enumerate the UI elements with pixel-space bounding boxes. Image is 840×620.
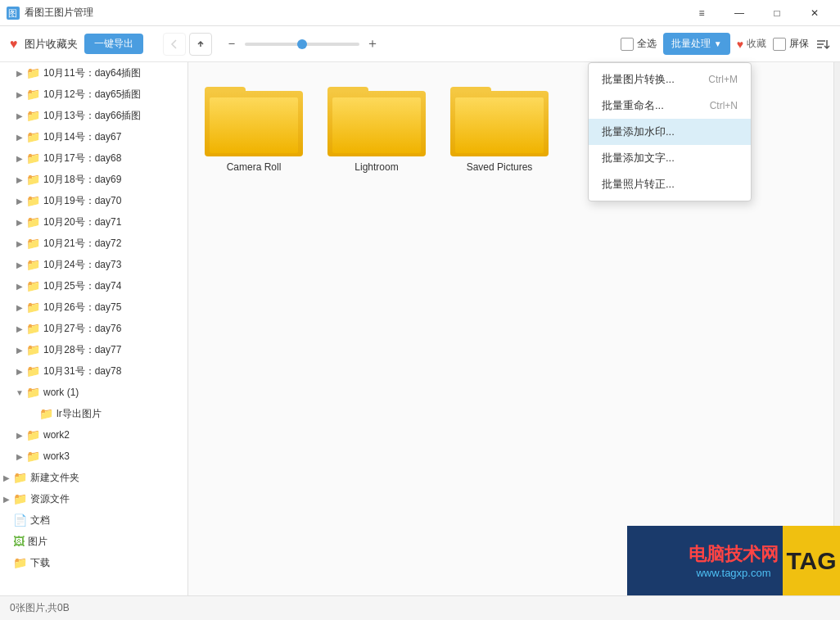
folder-thumb [450, 79, 549, 156]
screen-area[interactable]: 屏保 [773, 37, 809, 51]
toolbar-left: ♥ 图片收藏夹 一键导出 － ＋ [10, 33, 382, 56]
menu-item-batch-rename[interactable]: 批量重命名...Ctrl+N [589, 93, 751, 119]
collection-label: 图片收藏夹 [25, 37, 78, 52]
menu-item-label: 批量图片转换... [602, 72, 675, 87]
nav-up-button[interactable] [189, 33, 212, 56]
sidebar-item-work2[interactable]: ▶📁work2 [0, 424, 187, 446]
status-bar: 0张图片,共0B [0, 595, 840, 620]
sidebar-item-lr[interactable]: 📁lr导出图片 [0, 403, 187, 424]
close-button[interactable]: ✕ [796, 0, 833, 26]
sidebar-item-oct14[interactable]: ▶📁10月14号：day67 [0, 126, 187, 147]
sidebar-item-oct11[interactable]: ▶📁10月11号：day64插图 [0, 62, 187, 84]
screen-label: 屏保 [789, 37, 809, 51]
folder-thumb [327, 79, 426, 156]
sort-button[interactable] [815, 37, 830, 52]
sidebar-item-images[interactable]: 🖼图片 [0, 531, 187, 552]
sidebar-item-label-downloads: 下载 [30, 556, 50, 570]
sidebar-item-oct28[interactable]: ▶📁10月28号：day77 [0, 339, 187, 360]
menu-item-batch-text[interactable]: 批量添加文字... [589, 145, 751, 171]
sidebar-item-label-resource: 资源文件 [30, 492, 70, 506]
sidebar-item-oct19[interactable]: ▶📁10月19号：day70 [0, 190, 187, 211]
zoom-out-button[interactable]: － [222, 34, 242, 54]
sidebar-item-label-work3: work3 [43, 450, 70, 462]
collect-heart-icon: ♥ [737, 38, 743, 51]
sidebar-item-label-docs: 文档 [30, 514, 50, 527]
select-all-area[interactable]: 全选 [621, 37, 657, 51]
sidebar-item-work3[interactable]: ▶📁work3 [0, 446, 187, 467]
sidebar-item-downloads[interactable]: 📁下载 [0, 552, 187, 573]
app-title: 看图王图片管理 [25, 6, 683, 20]
folder-item-camera-roll[interactable]: Camera Roll [205, 79, 303, 173]
zoom-slider-track[interactable] [245, 43, 359, 46]
menu-button[interactable]: ≡ [683, 0, 720, 26]
sidebar-item-label-oct17: 10月17号：day68 [43, 152, 121, 165]
select-all-label: 全选 [637, 37, 657, 51]
toolbar: ♥ 图片收藏夹 一键导出 － ＋ 全选 [0, 26, 840, 62]
zoom-slider-thumb [297, 39, 307, 49]
batch-process-button[interactable]: 批量处理 ▼ [663, 33, 730, 55]
sidebar-item-label-oct13: 10月13号：day66插图 [43, 109, 141, 123]
folder-body [205, 91, 303, 156]
folder-item-lightroom[interactable]: Lightroom [327, 79, 426, 173]
sidebar-item-label-oct14: 10月14号：day67 [43, 130, 121, 144]
screen-checkbox[interactable] [773, 38, 786, 51]
minimize-button[interactable]: — [720, 0, 758, 26]
app-icon: 图 [7, 7, 20, 20]
sidebar-item-oct20[interactable]: ▶📁10月20号：day71 [0, 211, 187, 233]
menu-item-batch-convert[interactable]: 批量图片转换...Ctrl+M [589, 66, 751, 93]
maximize-button[interactable]: □ [758, 0, 796, 26]
export-button[interactable]: 一键导出 [84, 34, 143, 54]
folder-name-lightroom: Lightroom [355, 161, 398, 173]
select-all-checkbox[interactable] [621, 38, 634, 51]
sidebar-item-new-folder[interactable]: ▶📁新建文件夹 [0, 467, 187, 488]
folder-body [450, 91, 549, 156]
menu-item-shortcut: Ctrl+N [710, 100, 738, 111]
collect-button[interactable]: ♥ 收藏 [737, 37, 766, 51]
sidebar-item-label-oct27: 10月27号：day76 [43, 322, 121, 336]
sidebar-item-label-oct19: 10月19号：day70 [43, 194, 121, 208]
sidebar-item-label-work2: work2 [43, 429, 70, 441]
menu-item-batch-correct[interactable]: 批量照片转正... [589, 171, 751, 197]
sidebar-item-oct31[interactable]: ▶📁10月31号：day78 [0, 360, 187, 382]
sidebar-item-label-work: work (1) [43, 387, 79, 398]
sidebar-item-label-oct25: 10月25号：day74 [43, 279, 121, 293]
folder-item-saved-pictures[interactable]: Saved Pictures [450, 79, 549, 173]
sidebar-item-oct25[interactable]: ▶📁10月25号：day74 [0, 275, 187, 296]
menu-item-shortcut: Ctrl+M [708, 74, 738, 85]
sidebar-item-docs[interactable]: 📄文档 [0, 509, 187, 531]
nav-back-button[interactable] [163, 33, 186, 56]
toolbar-right: 全选 批量处理 ▼ ♥ 收藏 屏保 [621, 33, 830, 55]
status-text: 0张图片,共0B [10, 601, 70, 615]
svg-text:图: 图 [8, 8, 17, 18]
sidebar-item-oct18[interactable]: ▶📁10月18号：day69 [0, 169, 187, 190]
title-bar: 图 看图王图片管理 ≡ — □ ✕ [0, 0, 840, 26]
sidebar-item-oct12[interactable]: ▶📁10月12号：day65插图 [0, 84, 187, 105]
watermark: 电脑技术网 www.tagxp.com TAG [627, 526, 840, 595]
zoom-in-button[interactable]: ＋ [363, 34, 382, 54]
sidebar-item-oct21[interactable]: ▶📁10月21号：day72 [0, 233, 187, 254]
watermark-tag: TAG [783, 526, 840, 595]
sidebar-item-oct27[interactable]: ▶📁10月27号：day76 [0, 318, 187, 339]
sidebar-item-oct17[interactable]: ▶📁10月17号：day68 [0, 147, 187, 169]
sidebar-item-label-oct18: 10月18号：day69 [43, 173, 121, 187]
sidebar-item-work[interactable]: ▼📁work (1) [0, 382, 187, 403]
right-scrollbar[interactable] [833, 62, 840, 595]
menu-item-batch-watermark[interactable]: 批量添加水印... [589, 119, 751, 145]
sidebar-item-oct13[interactable]: ▶📁10月13号：day66插图 [0, 105, 187, 126]
sidebar-item-label-images: 图片 [28, 535, 47, 549]
heart-icon: ♥ [10, 37, 18, 52]
sidebar-item-label-oct26: 10月26号：day75 [43, 301, 121, 315]
sidebar-item-resource[interactable]: ▶📁资源文件 [0, 488, 187, 509]
sidebar-item-label-oct31: 10月31号：day78 [43, 364, 121, 378]
sidebar-item-label-oct28: 10月28号：day77 [43, 343, 121, 357]
sidebar-item-label-oct24: 10月24号：day73 [43, 258, 121, 272]
folder-inner [455, 97, 544, 153]
sidebar-item-oct26[interactable]: ▶📁10月26号：day75 [0, 296, 187, 318]
folder-name-camera-roll: Camera Roll [227, 161, 282, 173]
sidebar-item-label-oct11: 10月11号：day64插图 [43, 66, 141, 80]
collect-label: 收藏 [747, 37, 766, 51]
menu-item-label: 批量重命名... [602, 98, 664, 113]
sidebar-item-oct24[interactable]: ▶📁10月24号：day73 [0, 254, 187, 275]
folder-inner [210, 97, 298, 153]
watermark-line2: www.tagxp.com [696, 567, 770, 579]
